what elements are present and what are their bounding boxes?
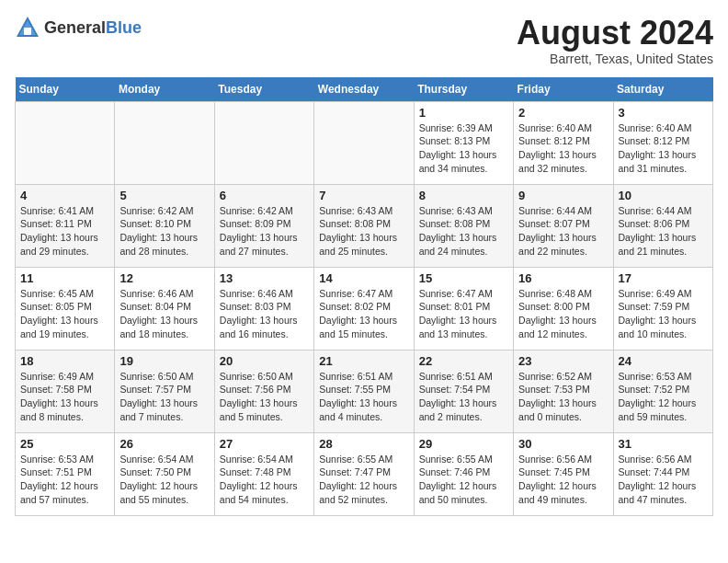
calendar-cell [16, 101, 115, 184]
title-block: August 2024 Barrett, Texas, United State… [517, 15, 713, 66]
day-info: Sunrise: 6:48 AMSunset: 8:00 PMDaylight:… [518, 287, 608, 341]
day-info: Sunrise: 6:40 AMSunset: 8:12 PMDaylight:… [619, 121, 708, 176]
day-number: 27 [220, 437, 309, 451]
location: Barrett, Texas, United States [517, 52, 713, 66]
calendar-table: SundayMondayTuesdayWednesdayThursdayFrid… [15, 77, 713, 516]
day-info: Sunrise: 6:42 AMSunset: 8:09 PMDaylight:… [220, 204, 309, 259]
day-info: Sunrise: 6:46 AMSunset: 8:04 PMDaylight:… [119, 287, 209, 341]
calendar-cell: 26Sunrise: 6:54 AMSunset: 7:50 PMDayligh… [115, 432, 214, 515]
day-number: 9 [518, 189, 608, 202]
day-info: Sunrise: 6:49 AMSunset: 7:59 PMDaylight:… [619, 287, 708, 341]
calendar-cell: 7Sunrise: 6:43 AMSunset: 8:08 PMDaylight… [314, 184, 414, 267]
day-info: Sunrise: 6:46 AMSunset: 8:03 PMDaylight:… [220, 287, 309, 341]
calendar-cell: 3Sunrise: 6:40 AMSunset: 8:12 PMDaylight… [613, 101, 712, 184]
day-info: Sunrise: 6:44 AMSunset: 8:07 PMDaylight:… [518, 204, 608, 259]
day-number: 28 [319, 437, 408, 451]
day-info: Sunrise: 6:55 AMSunset: 7:47 PMDaylight:… [319, 453, 408, 507]
day-number: 23 [518, 354, 608, 368]
day-number: 19 [119, 354, 209, 368]
logo-text-general: General [44, 18, 106, 37]
calendar-week-row: 18Sunrise: 6:49 AMSunset: 7:58 PMDayligh… [16, 350, 713, 432]
day-number: 8 [419, 189, 508, 202]
weekday-header-saturday: Saturday [613, 77, 712, 102]
day-number: 3 [619, 106, 708, 120]
day-number: 29 [419, 437, 508, 451]
day-info: Sunrise: 6:41 AMSunset: 8:11 PMDaylight:… [20, 204, 109, 259]
calendar-cell: 16Sunrise: 6:48 AMSunset: 8:00 PMDayligh… [514, 267, 613, 350]
day-number: 6 [220, 189, 309, 202]
day-info: Sunrise: 6:51 AMSunset: 7:54 PMDaylight:… [419, 370, 508, 424]
calendar-cell: 21Sunrise: 6:51 AMSunset: 7:55 PMDayligh… [314, 350, 414, 432]
calendar-cell: 2Sunrise: 6:40 AMSunset: 8:12 PMDaylight… [514, 101, 613, 184]
day-info: Sunrise: 6:50 AMSunset: 7:57 PMDaylight:… [119, 370, 209, 424]
day-info: Sunrise: 6:49 AMSunset: 7:58 PMDaylight:… [20, 370, 109, 424]
calendar-cell: 20Sunrise: 6:50 AMSunset: 7:56 PMDayligh… [214, 350, 313, 432]
day-number: 31 [619, 437, 708, 451]
day-number: 5 [119, 189, 209, 202]
calendar-cell: 8Sunrise: 6:43 AMSunset: 8:08 PMDaylight… [414, 184, 513, 267]
day-info: Sunrise: 6:43 AMSunset: 8:08 PMDaylight:… [319, 204, 408, 259]
logo-icon [15, 15, 40, 40]
day-info: Sunrise: 6:44 AMSunset: 8:06 PMDaylight:… [619, 204, 708, 259]
day-info: Sunrise: 6:47 AMSunset: 8:01 PMDaylight:… [419, 287, 508, 341]
day-number: 24 [619, 354, 708, 368]
weekday-header-thursday: Thursday [414, 77, 513, 102]
day-number: 16 [518, 271, 608, 285]
day-info: Sunrise: 6:50 AMSunset: 7:56 PMDaylight:… [220, 370, 309, 424]
weekday-header-row: SundayMondayTuesdayWednesdayThursdayFrid… [16, 77, 713, 102]
day-number: 25 [20, 437, 109, 451]
day-info: Sunrise: 6:56 AMSunset: 7:45 PMDaylight:… [518, 453, 608, 507]
calendar-cell: 12Sunrise: 6:46 AMSunset: 8:04 PMDayligh… [115, 267, 214, 350]
calendar-cell: 13Sunrise: 6:46 AMSunset: 8:03 PMDayligh… [214, 267, 313, 350]
day-number: 13 [220, 271, 309, 285]
calendar-cell: 6Sunrise: 6:42 AMSunset: 8:09 PMDaylight… [214, 184, 313, 267]
day-info: Sunrise: 6:51 AMSunset: 7:55 PMDaylight:… [319, 370, 408, 424]
day-number: 30 [518, 437, 608, 451]
day-info: Sunrise: 6:47 AMSunset: 8:02 PMDaylight:… [319, 287, 408, 341]
calendar-week-row: 25Sunrise: 6:53 AMSunset: 7:51 PMDayligh… [16, 432, 713, 515]
calendar-week-row: 1Sunrise: 6:39 AMSunset: 8:13 PMDaylight… [16, 101, 713, 184]
calendar-cell: 17Sunrise: 6:49 AMSunset: 7:59 PMDayligh… [613, 267, 712, 350]
day-number: 26 [119, 437, 209, 451]
logo-text-blue: Blue [106, 18, 142, 37]
day-info: Sunrise: 6:40 AMSunset: 8:12 PMDaylight:… [518, 121, 608, 176]
month-year: August 2024 [517, 15, 713, 52]
weekday-header-tuesday: Tuesday [214, 77, 313, 102]
day-info: Sunrise: 6:43 AMSunset: 8:08 PMDaylight:… [419, 204, 508, 259]
calendar-cell: 25Sunrise: 6:53 AMSunset: 7:51 PMDayligh… [16, 432, 115, 515]
day-info: Sunrise: 6:45 AMSunset: 8:05 PMDaylight:… [20, 287, 109, 341]
day-number: 22 [419, 354, 508, 368]
day-info: Sunrise: 6:56 AMSunset: 7:44 PMDaylight:… [619, 453, 708, 507]
day-number: 14 [319, 271, 408, 285]
day-number: 12 [119, 271, 209, 285]
calendar-cell: 23Sunrise: 6:52 AMSunset: 7:53 PMDayligh… [514, 350, 613, 432]
calendar-cell: 22Sunrise: 6:51 AMSunset: 7:54 PMDayligh… [414, 350, 513, 432]
day-number: 10 [619, 189, 708, 202]
calendar-cell [214, 101, 313, 184]
day-info: Sunrise: 6:54 AMSunset: 7:48 PMDaylight:… [220, 453, 309, 507]
page-header: GeneralBlue August 2024 Barrett, Texas, … [15, 15, 713, 66]
calendar-cell: 4Sunrise: 6:41 AMSunset: 8:11 PMDaylight… [16, 184, 115, 267]
calendar-week-row: 4Sunrise: 6:41 AMSunset: 8:11 PMDaylight… [16, 184, 713, 267]
day-number: 18 [20, 354, 109, 368]
day-info: Sunrise: 6:54 AMSunset: 7:50 PMDaylight:… [119, 453, 209, 507]
calendar-cell: 11Sunrise: 6:45 AMSunset: 8:05 PMDayligh… [16, 267, 115, 350]
day-info: Sunrise: 6:53 AMSunset: 7:52 PMDaylight:… [619, 370, 708, 424]
calendar-cell: 24Sunrise: 6:53 AMSunset: 7:52 PMDayligh… [613, 350, 712, 432]
calendar-cell: 14Sunrise: 6:47 AMSunset: 8:02 PMDayligh… [314, 267, 414, 350]
weekday-header-friday: Friday [514, 77, 613, 102]
weekday-header-wednesday: Wednesday [314, 77, 414, 102]
calendar-cell: 29Sunrise: 6:55 AMSunset: 7:46 PMDayligh… [414, 432, 513, 515]
calendar-cell: 15Sunrise: 6:47 AMSunset: 8:01 PMDayligh… [414, 267, 513, 350]
day-number: 7 [319, 189, 408, 202]
day-number: 17 [619, 271, 708, 285]
weekday-header-monday: Monday [115, 77, 214, 102]
calendar-cell: 5Sunrise: 6:42 AMSunset: 8:10 PMDaylight… [115, 184, 214, 267]
day-number: 20 [220, 354, 309, 368]
calendar-cell: 27Sunrise: 6:54 AMSunset: 7:48 PMDayligh… [214, 432, 313, 515]
day-number: 15 [419, 271, 508, 285]
day-info: Sunrise: 6:55 AMSunset: 7:46 PMDaylight:… [419, 453, 508, 507]
calendar-cell [115, 101, 214, 184]
day-info: Sunrise: 6:52 AMSunset: 7:53 PMDaylight:… [518, 370, 608, 424]
calendar-cell: 19Sunrise: 6:50 AMSunset: 7:57 PMDayligh… [115, 350, 214, 432]
